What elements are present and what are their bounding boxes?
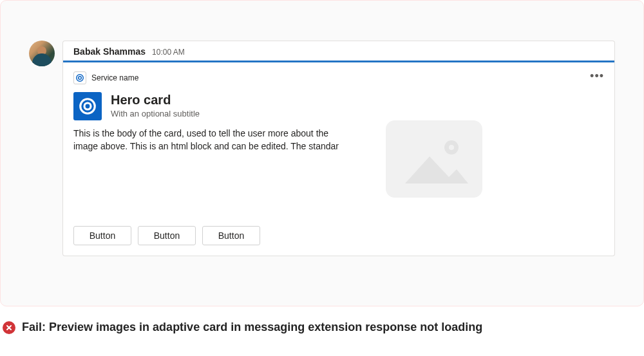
service-icon xyxy=(73,71,86,84)
example-frame: Babak Shammas 10:00 AM Service name ••• xyxy=(0,0,644,306)
service-name: Service name xyxy=(91,73,138,82)
card-button-2[interactable]: Button xyxy=(138,226,196,245)
message-block: Babak Shammas 10:00 AM Service name ••• xyxy=(62,41,615,256)
message-header: Babak Shammas 10:00 AM xyxy=(62,41,615,61)
card-title: Hero card xyxy=(111,92,200,108)
card-button-3[interactable]: Button xyxy=(202,226,260,245)
message-timestamp: 10:00 AM xyxy=(152,48,185,57)
svg-point-1 xyxy=(79,77,82,80)
service-row: Service name xyxy=(73,71,604,84)
hero-header: Hero card With an optional subtitle xyxy=(73,92,604,120)
svg-point-0 xyxy=(77,75,84,82)
sender-name[interactable]: Babak Shammas xyxy=(73,46,146,57)
card-subtitle: With an optional subtitle xyxy=(111,109,200,118)
caption-text: Fail: Preview images in adaptive card in… xyxy=(22,321,482,334)
svg-rect-4 xyxy=(386,120,482,198)
fail-icon xyxy=(3,321,15,334)
image-placeholder-icon xyxy=(370,108,498,211)
sender-avatar[interactable] xyxy=(29,41,55,66)
card-body-text: This is the body of the card, used to te… xyxy=(73,127,344,211)
overflow-menu-icon[interactable]: ••• xyxy=(590,70,604,82)
hero-card: Service name ••• Hero card With an optio… xyxy=(62,62,615,256)
app-icon xyxy=(73,92,102,120)
svg-point-6 xyxy=(449,145,454,150)
figure-caption: Fail: Preview images in adaptive card in… xyxy=(0,306,644,334)
card-button-row: Button Button Button xyxy=(73,226,604,245)
card-button-1[interactable]: Button xyxy=(73,226,131,245)
svg-point-2 xyxy=(80,99,95,114)
svg-point-3 xyxy=(84,103,91,109)
